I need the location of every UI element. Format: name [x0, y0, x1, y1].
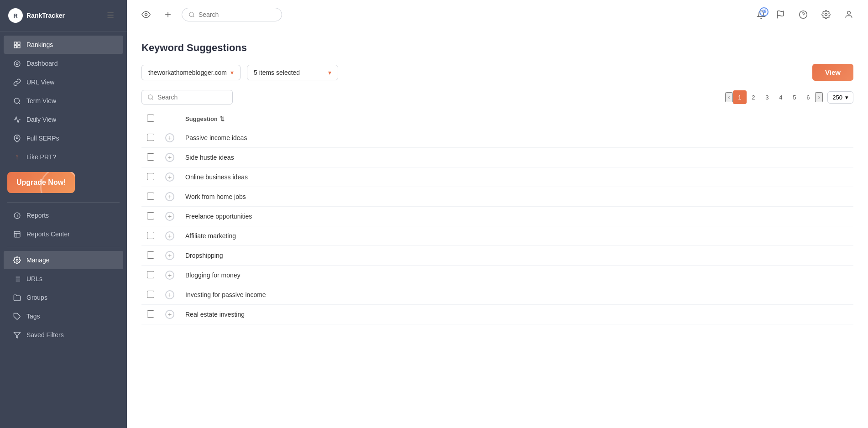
row-add-icon-10[interactable]: + [165, 310, 174, 319]
svg-point-5 [16, 63, 18, 64]
col-header-suggestion: Suggestion ⇅ [180, 110, 853, 128]
reports-icon [13, 211, 21, 219]
sidebar-item-dashboard[interactable]: Dashboard [4, 54, 123, 73]
row-add-icon-5[interactable]: + [165, 212, 174, 221]
row-add-icon-3[interactable]: + [165, 172, 174, 182]
sidebar-item-reports-center[interactable]: Reports Center [4, 225, 123, 243]
row-checkbox-3[interactable] [147, 173, 154, 180]
view-button[interactable]: View [812, 64, 853, 81]
svg-line-7 [18, 102, 20, 104]
pagination-page-6[interactable]: 6 [801, 90, 815, 104]
flag-button[interactable] [772, 6, 789, 23]
pagination-page-2[interactable]: 2 [747, 90, 760, 104]
sidebar-item-tags[interactable]: Tags [4, 307, 123, 325]
hamburger-menu[interactable]: ☰ [102, 7, 119, 24]
row-keyword-9: Investing for passive income [180, 285, 853, 305]
url-view-icon [13, 78, 21, 86]
row-checkbox-6[interactable] [147, 232, 154, 239]
eye-button[interactable] [138, 6, 154, 23]
upgrade-button[interactable]: Upgrade Now! [7, 172, 75, 193]
row-keyword-1: Passive income ideas [180, 128, 853, 148]
items-selected-caret: ▾ [328, 69, 331, 76]
pagination-page-1[interactable]: 1 [733, 90, 747, 104]
sidebar-item-rankings[interactable]: Rankings [4, 36, 123, 54]
sidebar-item-reports[interactable]: Reports [4, 206, 123, 224]
row-keyword-2: Side hustle ideas [180, 148, 853, 167]
row-add-cell: + [160, 246, 180, 266]
row-add-icon-8[interactable]: + [165, 271, 174, 280]
sidebar-item-dashboard-label: Dashboard [26, 60, 58, 67]
user-button[interactable] [841, 6, 857, 23]
settings-button[interactable] [818, 6, 834, 23]
row-add-cell: + [160, 187, 180, 207]
suggestion-sort[interactable]: Suggestion ⇅ [185, 115, 848, 122]
sort-icon: ⇅ [220, 115, 225, 122]
sidebar-item-term-view[interactable]: Term View [4, 92, 123, 110]
topbar-search-input[interactable] [199, 11, 267, 18]
sidebar-item-like-prt-label: Like PRT? [26, 153, 56, 161]
row-add-icon-6[interactable]: + [165, 231, 174, 240]
row-add-icon-7[interactable]: + [165, 251, 174, 260]
row-checkbox-5[interactable] [147, 212, 154, 219]
row-add-icon-4[interactable]: + [165, 192, 174, 201]
sidebar-item-daily-view[interactable]: Daily View [4, 110, 123, 129]
sidebar-item-groups-label: Groups [26, 294, 47, 301]
pagination-page-4[interactable]: 4 [774, 90, 788, 104]
domain-filter[interactable]: theworkathomeblogger.com ▾ [141, 65, 241, 80]
sidebar-item-url-view[interactable]: URL View [4, 73, 123, 91]
table-search-input[interactable] [157, 94, 221, 101]
row-checkbox-2[interactable] [147, 153, 154, 161]
row-add-cell: + [160, 266, 180, 285]
pagination-next[interactable]: › [815, 92, 823, 102]
topbar: 49 [127, 0, 868, 29]
row-checkbox-4[interactable] [147, 193, 154, 200]
page-title: Keyword Suggestions [141, 42, 853, 54]
row-checkbox-7[interactable] [147, 251, 154, 259]
sidebar-item-saved-filters[interactable]: Saved Filters [4, 326, 123, 344]
notification-badge[interactable]: 49 [757, 10, 766, 19]
row-add-icon-2[interactable]: + [165, 153, 174, 162]
svg-point-22 [145, 13, 147, 16]
row-add-cell: + [160, 207, 180, 226]
logo-area: R RankTracker [8, 8, 65, 23]
pagination-page-3[interactable]: 3 [760, 90, 774, 104]
sidebar-item-reports-label: Reports [26, 212, 49, 219]
help-button[interactable] [795, 6, 811, 23]
row-checkbox-9[interactable] [147, 291, 154, 298]
row-checkbox-cell [141, 305, 160, 324]
sidebar-divider-2 [7, 247, 120, 247]
table-row: + Freelance opportunities [141, 207, 853, 226]
svg-line-26 [193, 16, 194, 17]
sidebar-item-groups[interactable]: Groups [4, 288, 123, 307]
row-checkbox-10[interactable] [147, 310, 154, 318]
row-keyword-6: Affiliate marketing [180, 226, 853, 246]
sidebar-item-full-serps[interactable]: Full SERPs [4, 129, 123, 147]
sidebar-item-manage[interactable]: Manage [4, 251, 123, 269]
row-add-icon-1[interactable]: + [165, 133, 174, 142]
items-selected-filter[interactable]: 5 items selected ▾ [247, 65, 338, 80]
add-button[interactable] [160, 6, 176, 23]
row-checkbox-cell [141, 266, 160, 285]
tags-icon [13, 312, 21, 320]
row-add-icon-9[interactable]: + [165, 290, 174, 299]
select-all-checkbox[interactable] [147, 115, 154, 122]
sidebar-item-like-prt[interactable]: ↑ Like PRT? [4, 148, 123, 166]
pagination-prev[interactable]: ‹ [725, 92, 733, 102]
svg-point-30 [825, 13, 827, 16]
row-checkbox-cell [141, 226, 160, 246]
table-row: + Blogging for money [141, 266, 853, 285]
table-row: + Passive income ideas [141, 128, 853, 148]
filter-row: theworkathomeblogger.com ▾ 5 items selec… [141, 64, 853, 81]
svg-rect-1 [17, 42, 20, 44]
sidebar-item-urls[interactable]: URLs [4, 270, 123, 288]
keywords-list: + Passive income ideas + Side hustle ide… [141, 128, 853, 324]
row-checkbox-8[interactable] [147, 271, 154, 278]
row-checkbox-1[interactable] [147, 134, 154, 141]
pagination-page-5[interactable]: 5 [788, 90, 801, 104]
per-page-select[interactable]: 250 ▾ [827, 91, 853, 104]
svg-line-33 [152, 99, 153, 100]
sidebar-item-term-view-label: Term View [26, 97, 56, 104]
urls-icon [13, 275, 21, 283]
app-name: RankTracker [26, 12, 65, 19]
daily-view-icon [13, 115, 21, 124]
